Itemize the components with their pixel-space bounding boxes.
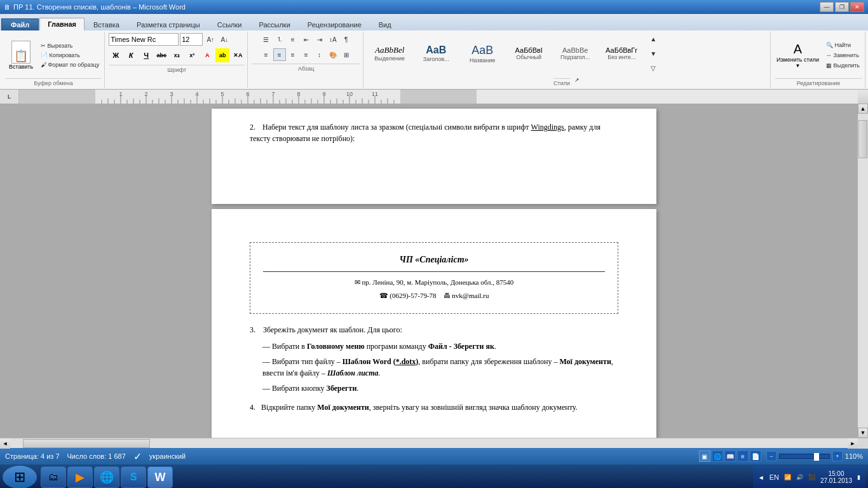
show-desktop-button[interactable]: ▮ <box>857 474 860 480</box>
font-group: A↑ A↓ Ж К Ч abc x₂ x² A ab ✕A Шрифт <box>106 32 248 88</box>
tab-mailings[interactable]: Рассылки <box>250 18 298 30</box>
item4: 4. Відкрийте папку Мої документи, зверні… <box>250 402 618 413</box>
minimize-button[interactable]: — <box>820 2 834 12</box>
list-row: ☰ ⒈ ≡ ⇤ ⇥ ↕A ¶ <box>260 33 353 46</box>
tab-insert[interactable]: Вставка <box>85 18 128 30</box>
scroll-right-arrow[interactable]: ► <box>848 438 858 449</box>
tab-home[interactable]: Главная <box>39 18 85 30</box>
clipboard-small-buttons: ✂ Вырезать 📄 Копировать 🖌 Формат по обра… <box>38 41 102 69</box>
document-area[interactable]: 2. Набери текст для шаблону листа за зра… <box>10 104 858 438</box>
align-right-button[interactable]: ≡ <box>287 48 299 61</box>
tab-references[interactable]: Ссылки <box>209 18 250 30</box>
zoom-slider[interactable] <box>779 454 830 459</box>
select-button[interactable]: ▦ Выделить <box>824 61 862 70</box>
tray-arrow[interactable]: ◄ <box>758 474 764 481</box>
multilevel-list-button[interactable]: ≡ <box>287 33 299 46</box>
sub-item-1: — Вибрати в Головному меню програми кома… <box>250 341 618 352</box>
taskbar-word[interactable]: W <box>147 466 173 488</box>
svg-text:1: 1 <box>119 91 122 97</box>
style-subtitle[interactable]: AaBbBe Подзагол... <box>553 37 597 70</box>
underline-button[interactable]: Ч <box>139 48 153 62</box>
taskbar-chrome[interactable]: 🌐 <box>94 466 119 488</box>
tab-view[interactable]: Вид <box>370 18 400 30</box>
font-name-input[interactable] <box>109 33 179 46</box>
text-color-button[interactable]: A <box>200 48 214 62</box>
dotx-text: *.dotx <box>396 357 416 366</box>
view-normal-button[interactable]: ▣ <box>699 451 710 462</box>
time-display[interactable]: 15:00 27.01.2013 <box>820 470 852 484</box>
find-button[interactable]: 🔍 Найти <box>824 41 862 50</box>
scroll-left-arrow[interactable]: ◄ <box>0 438 10 449</box>
tab-review[interactable]: Рецензирование <box>299 18 370 30</box>
tab-file[interactable]: Файл <box>1 18 39 30</box>
justify-button[interactable]: ≡ <box>300 48 313 61</box>
tab-layout[interactable]: Разметка страницы <box>128 18 208 30</box>
subscript-button[interactable]: x₂ <box>170 48 184 62</box>
view-draft-button[interactable]: 📄 <box>750 451 761 462</box>
scroll-thumb[interactable] <box>858 120 867 158</box>
view-outline-button[interactable]: ≡ <box>737 451 749 462</box>
styles-expand-icon[interactable]: ↗ <box>573 74 581 86</box>
styles-gallery: AaBbBel Выделение AaB Заголов... AaB <box>367 33 661 74</box>
align-left-button[interactable]: ≡ <box>260 48 273 61</box>
replace-button[interactable]: ↔ Заменить <box>824 51 862 60</box>
zoom-thumb[interactable] <box>814 453 819 461</box>
copy-button[interactable]: 📄 Копировать <box>38 51 102 60</box>
scroll-track[interactable] <box>858 114 867 428</box>
line-spacing-button[interactable]: ↕ <box>313 48 326 61</box>
font-size-input[interactable] <box>180 33 203 46</box>
taskbar: ⊞ 🗂 ▶ 🌐 S W ◄ EN 📶 🔊 ⬛ 15:00 27.01.2013 … <box>0 464 868 488</box>
increase-indent-button[interactable]: ⇥ <box>313 33 326 46</box>
zoom-control: − + 110% <box>766 451 863 461</box>
zoom-out-button[interactable]: − <box>766 451 776 461</box>
style-highlight[interactable]: AaBbBel Выделение <box>367 37 412 70</box>
ruler-corner[interactable]: L <box>0 90 19 104</box>
paste-button[interactable]: 📋 Вставить <box>5 36 37 74</box>
align-center-button[interactable]: ≡ <box>273 48 286 61</box>
format-painter-button[interactable]: 🖌 Формат по образцу <box>38 60 102 69</box>
status-right: ▣ 🌐 📖 ≡ 📄 − + 110% <box>699 451 863 462</box>
superscript-button[interactable]: x² <box>185 48 199 62</box>
view-web-button[interactable]: 🌐 <box>712 451 723 462</box>
restore-button[interactable]: ❐ <box>835 2 849 12</box>
style-no-spacing[interactable]: АаБбВвГг Без инте... <box>599 37 644 70</box>
taskbar-skype[interactable]: S <box>121 466 146 488</box>
change-styles-button[interactable]: A Изменить стили ▼ <box>775 40 821 71</box>
strikethrough-button[interactable]: abc <box>154 48 168 62</box>
show-paragraph-button[interactable]: ¶ <box>340 33 353 46</box>
close-button[interactable]: ✕ <box>850 2 864 12</box>
style-heading1[interactable]: AaB Заголов... <box>414 37 458 70</box>
styles-down-button[interactable]: ▼ <box>647 47 660 60</box>
scroll-up-arrow[interactable]: ▲ <box>858 104 868 114</box>
decrease-indent-button[interactable]: ⇤ <box>300 33 313 46</box>
align-row: ≡ ≡ ≡ ≡ ↕ 🎨 ⊞ <box>260 48 353 61</box>
sort-button[interactable]: ↕A <box>327 33 339 46</box>
taskbar-explorer[interactable]: 🗂 <box>41 466 66 488</box>
borders-button[interactable]: ⊞ <box>340 48 353 61</box>
bold-button[interactable]: Ж <box>109 48 123 62</box>
shading-button[interactable]: 🎨 <box>327 48 339 61</box>
scroll-down-arrow[interactable]: ▼ <box>858 428 868 438</box>
highlight-button[interactable]: ab <box>215 48 229 62</box>
increase-font-button[interactable]: A↑ <box>204 33 217 46</box>
vertical-scrollbar[interactable]: ▲ ▼ <box>858 104 868 438</box>
styles-up-button[interactable]: ▲ <box>647 33 660 45</box>
clear-format-button[interactable]: ✕A <box>231 48 245 62</box>
taskbar-media[interactable]: ▶ <box>67 466 93 488</box>
style-normal[interactable]: АаБбВвI Обычный <box>506 37 551 70</box>
scroll-h-thumb[interactable] <box>23 439 150 448</box>
scroll-h-track[interactable] <box>10 439 848 448</box>
decrease-font-button[interactable]: A↓ <box>218 33 231 46</box>
style-title[interactable]: AaB Название <box>460 37 505 70</box>
svg-text:11: 11 <box>372 91 378 97</box>
styles-more-button[interactable]: ▽ <box>647 62 660 74</box>
item2-number: 2. <box>250 123 255 132</box>
view-read-button[interactable]: 📖 <box>724 451 736 462</box>
start-button[interactable]: ⊞ <box>3 466 37 488</box>
zoom-in-button[interactable]: + <box>832 451 843 461</box>
numbering-button[interactable]: ⒈ <box>273 33 286 46</box>
cut-button[interactable]: ✂ Вырезать <box>38 41 102 50</box>
italic-button[interactable]: К <box>124 48 138 62</box>
bullets-button[interactable]: ☰ <box>260 33 273 46</box>
tray-en-lang[interactable]: EN <box>770 473 779 481</box>
